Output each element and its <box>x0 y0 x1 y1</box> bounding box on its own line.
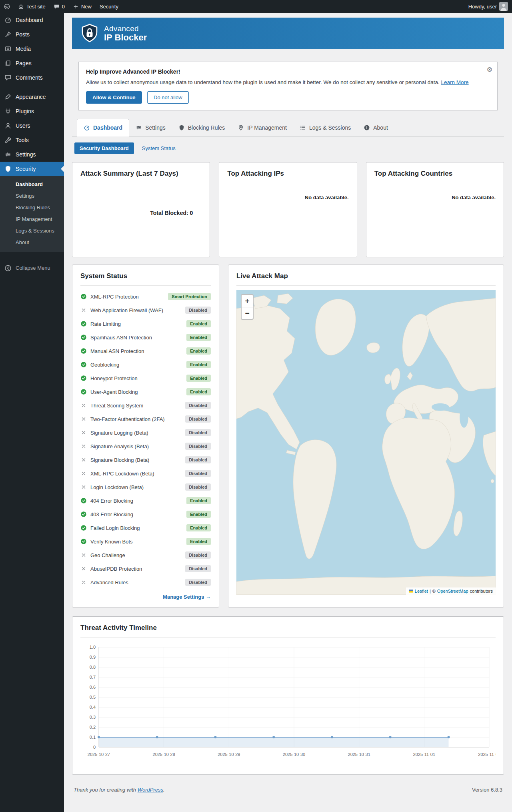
account-menu[interactable]: Howdy, user <box>464 0 512 13</box>
status-badge: Disabled <box>185 456 211 463</box>
pages-icon <box>4 60 12 67</box>
svg-text:2025-11-01: 2025-11-01 <box>413 752 435 757</box>
sidebar-item-posts[interactable]: Posts <box>0 27 64 42</box>
collapse-menu-label: Collapse Menu <box>16 265 50 272</box>
new-content-menu[interactable]: New <box>69 0 96 13</box>
submenu-item-dashboard[interactable]: Dashboard <box>0 178 64 190</box>
plugin-title-line1: Advanced <box>104 24 147 33</box>
status-badge: Enabled <box>186 361 211 368</box>
manage-settings-link[interactable]: Manage Settings → <box>80 594 211 600</box>
tab-ip-management[interactable]: IP Management <box>231 119 293 136</box>
submenu-item-settings[interactable]: Settings <box>0 190 64 202</box>
status-row: Signature Analysis (Beta)Disabled <box>80 439 211 453</box>
comments-menu[interactable]: 0 <box>50 0 69 13</box>
leaflet-link[interactable]: Leaflet <box>415 589 428 593</box>
status-row: Rate LimitingEnabled <box>80 317 211 331</box>
site-name-menu[interactable]: Test site <box>14 0 50 13</box>
zoom-out-button[interactable]: − <box>242 307 253 319</box>
submenu-item-ip-management[interactable]: IP Management <box>0 213 64 225</box>
tab-about[interactable]: About <box>357 119 394 136</box>
logs-icon <box>300 124 306 131</box>
live-attack-map-card: Live Attack Map <box>228 265 504 607</box>
user-avatar <box>499 2 508 11</box>
learn-more-link[interactable]: Learn More <box>441 79 469 85</box>
sidebar-item-comments[interactable]: Comments <box>0 70 64 85</box>
check-circle-icon <box>80 375 87 381</box>
main-content: Advanced IP Blocker ⊗ Help Improve Advan… <box>64 13 512 802</box>
subtab-security-dashboard[interactable]: Security Dashboard <box>74 142 134 154</box>
security-submenu: DashboardSettingsBlocking RulesIP Manage… <box>0 176 64 252</box>
submenu-item-about[interactable]: About <box>0 237 64 248</box>
no-data-message: No data available. <box>227 194 348 200</box>
status-row: Signature Logging (Beta)Disabled <box>80 426 211 439</box>
svg-text:0.1: 0.1 <box>90 735 96 740</box>
tab-dashboard[interactable]: Dashboard <box>77 119 129 136</box>
pin-icon <box>238 124 244 131</box>
zoom-in-button[interactable]: + <box>242 295 253 307</box>
check-circle-icon <box>80 525 87 531</box>
sidebar-item-settings[interactable]: Settings <box>0 147 64 162</box>
card-title: System Status <box>80 272 211 286</box>
sidebar-item-security[interactable]: Security <box>0 162 64 176</box>
svg-text:0.7: 0.7 <box>90 675 96 680</box>
check-circle-icon <box>80 538 87 545</box>
status-row: Failed Login BlockingEnabled <box>80 521 211 535</box>
svg-text:0.4: 0.4 <box>90 705 96 710</box>
plugin-logo-shield-icon <box>81 24 98 43</box>
sidebar-item-plugins[interactable]: Plugins <box>0 104 64 118</box>
svg-text:0.8: 0.8 <box>90 665 96 670</box>
submenu-item-logs-sessions[interactable]: Logs & Sessions <box>0 225 64 237</box>
dismiss-notice-button[interactable]: ⊗ <box>487 65 492 74</box>
wp-logo-menu[interactable] <box>0 0 14 13</box>
sidebar-item-dashboard[interactable]: Dashboard <box>0 13 64 27</box>
card-title: Attack Summary (Last 7 Days) <box>80 170 202 183</box>
osm-link[interactable]: OpenStreetMap <box>437 589 468 593</box>
tab-logs-sessions[interactable]: Logs & Sessions <box>293 119 357 136</box>
copyright-symbol: © <box>432 589 436 593</box>
status-row: XML-RPC ProtectionSmart Protection <box>80 290 211 303</box>
no-data-message: No data available. <box>374 194 496 200</box>
leaflet-flag-icon <box>409 589 413 593</box>
status-row: Login Lockdown (Beta)Disabled <box>80 480 211 494</box>
do-not-allow-button[interactable]: Do not allow <box>147 91 189 104</box>
status-row: 404 Error BlockingEnabled <box>80 494 211 507</box>
plugin-title: Advanced IP Blocker <box>104 24 147 42</box>
allow-continue-button[interactable]: Allow & Continue <box>86 91 142 104</box>
status-badge: Enabled <box>186 320 211 327</box>
tab-settings[interactable]: Settings <box>129 119 172 136</box>
sidebar-item-media[interactable]: Media <box>0 42 64 56</box>
submenu-item-blocking-rules[interactable]: Blocking Rules <box>0 202 64 213</box>
tools-icon <box>4 136 12 144</box>
status-row: Two-Factor Authentication (2FA)Disabled <box>80 412 211 426</box>
users-icon <box>4 122 12 129</box>
status-badge: Disabled <box>185 483 211 491</box>
status-row: Honeypot ProtectionEnabled <box>80 371 211 385</box>
check-circle-icon <box>80 361 87 368</box>
x-icon <box>80 429 87 436</box>
status-map-row: System Status XML-RPC ProtectionSmart Pr… <box>72 265 504 607</box>
map-attribution: Leaflet | © OpenStreetMap contributors <box>406 587 496 595</box>
collapse-menu-button[interactable]: Collapse Menu <box>0 261 64 275</box>
svg-text:0.2: 0.2 <box>90 725 96 730</box>
attack-map[interactable]: + − Leaflet | © OpenStreetMap contributo… <box>236 290 496 595</box>
status-badge: Disabled <box>185 565 211 572</box>
check-circle-icon <box>80 389 87 395</box>
system-status-card: System Status XML-RPC ProtectionSmart Pr… <box>72 265 219 607</box>
status-badge: Disabled <box>185 307 211 314</box>
comments-icon <box>4 74 12 81</box>
status-badge: Enabled <box>186 497 211 504</box>
security-adminbar-menu[interactable]: Security <box>96 0 122 13</box>
subtab-system-status[interactable]: System Status <box>142 145 176 151</box>
sidebar-item-users[interactable]: Users <box>0 118 64 133</box>
status-badge: Disabled <box>185 579 211 586</box>
wordpress-link[interactable]: WordPress <box>138 787 163 793</box>
sidebar-item-appearance[interactable]: Appearance <box>0 90 64 104</box>
status-row: XML-RPC Lockdown (Beta)Disabled <box>80 467 211 480</box>
tab-blocking-rules[interactable]: Blocking Rules <box>172 119 232 136</box>
sidebar-item-pages[interactable]: Pages <box>0 56 64 70</box>
sidebar-item-tools[interactable]: Tools <box>0 133 64 147</box>
status-row: Advanced RulesDisabled <box>80 575 211 589</box>
sidebar-menu: DashboardPostsMediaPagesCommentsAppearan… <box>0 13 64 252</box>
plugin-tabs: DashboardSettingsBlocking RulesIP Manage… <box>72 118 504 136</box>
status-badge: Disabled <box>185 443 211 450</box>
